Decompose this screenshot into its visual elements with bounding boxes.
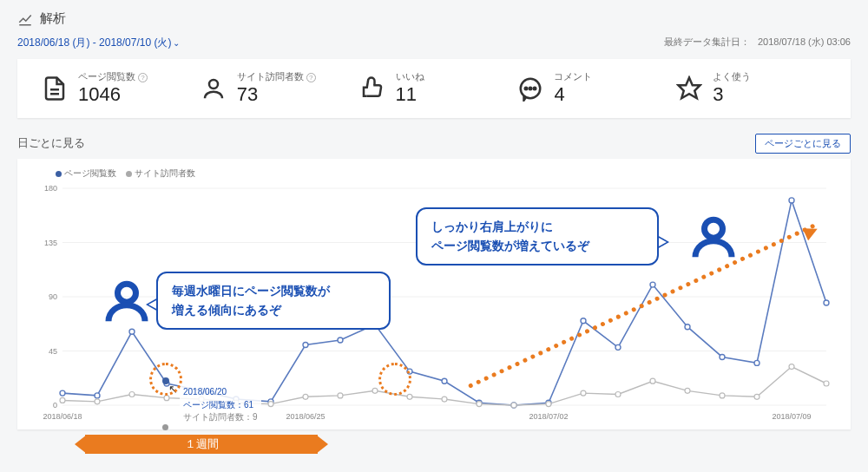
svg-text:180: 180	[44, 184, 57, 193]
page-title: 解析	[40, 10, 66, 27]
svg-point-68	[118, 284, 136, 302]
stat-comments[interactable]: コメント 4	[517, 71, 667, 106]
svg-point-41	[720, 354, 725, 359]
svg-point-58	[511, 403, 516, 408]
stat-favorites[interactable]: よく使う 3	[676, 71, 826, 106]
svg-point-56	[442, 397, 447, 402]
thumbs-up-icon	[359, 75, 385, 102]
svg-point-47	[129, 392, 135, 397]
svg-point-67	[824, 381, 829, 386]
hover-point-uv	[162, 424, 168, 430]
week-label: １週間	[85, 435, 318, 454]
highlight-circle	[149, 363, 182, 396]
per-page-button[interactable]: ページごとに見る	[755, 134, 851, 154]
date-range-picker[interactable]: 2018/06/18 (月) - 2018/07/10 (火)⌄	[17, 36, 180, 50]
speech-tail	[657, 235, 669, 249]
svg-point-5	[529, 88, 532, 90]
svg-point-22	[60, 390, 65, 396]
stat-pageviews[interactable]: ページ閲覧数? 1046	[42, 71, 192, 106]
svg-point-44	[824, 300, 829, 305]
svg-text:2018/06/18: 2018/06/18	[43, 412, 82, 421]
svg-point-59	[546, 402, 551, 407]
person-icon	[689, 213, 738, 261]
arrow-right-icon	[316, 435, 328, 454]
help-icon[interactable]: ?	[306, 73, 316, 82]
legend-dot-pv	[56, 171, 62, 177]
date-range-text: 2018/06/18 (月) - 2018/07/10 (火)	[17, 36, 171, 49]
chart-tooltip: 2018/06/20 ページ閲覧数：61 サイト訪問者数：9	[180, 384, 261, 426]
svg-point-4	[525, 88, 528, 90]
analytics-icon	[17, 11, 33, 27]
page-header: 解析	[17, 10, 851, 27]
svg-marker-7	[679, 78, 700, 99]
person-icon	[102, 277, 151, 325]
help-icon[interactable]: ?	[138, 73, 148, 82]
svg-point-62	[650, 378, 655, 384]
svg-point-2	[209, 80, 218, 88]
svg-point-63	[685, 388, 690, 393]
stats-card: ページ閲覧数? 1046 サイト訪問者数? 73 いいね 11 コメント 4	[17, 59, 851, 118]
svg-point-69	[705, 220, 723, 238]
svg-point-30	[338, 338, 343, 343]
chevron-down-icon: ⌄	[173, 38, 180, 48]
user-icon	[201, 75, 227, 102]
stat-visitors[interactable]: サイト訪問者数? 73	[201, 71, 351, 106]
svg-point-38	[615, 344, 621, 350]
svg-point-65	[754, 394, 760, 399]
svg-text:2018/06/25: 2018/06/25	[286, 412, 325, 421]
svg-point-57	[477, 402, 482, 407]
svg-point-53	[338, 393, 343, 398]
svg-point-54	[372, 388, 378, 393]
svg-point-66	[789, 364, 794, 370]
svg-point-40	[685, 324, 690, 330]
last-aggregation: 最終データ集計日： 2018/07/18 (水) 03:06	[664, 36, 851, 50]
svg-point-51	[268, 402, 273, 407]
svg-point-23	[95, 393, 100, 398]
svg-point-55	[407, 394, 412, 399]
svg-text:90: 90	[49, 292, 57, 301]
svg-text:2018/07/02: 2018/07/02	[529, 412, 568, 421]
svg-point-48	[164, 396, 169, 401]
highlight-circle	[378, 363, 411, 396]
svg-point-6	[534, 88, 536, 90]
svg-point-39	[650, 282, 655, 287]
week-span-indicator: １週間	[54, 435, 851, 456]
star-icon	[676, 75, 702, 102]
annotation-bubble-1: 毎週水曜日にページ閲覧数が 増える傾向にあるぞ	[156, 272, 391, 330]
chart-legend: ページ閲覧数 サイト訪問者数	[56, 167, 838, 180]
svg-point-42	[754, 360, 760, 365]
chart-card: ページ閲覧数 サイト訪問者数 045901351802018/06/182018…	[17, 159, 851, 429]
legend-dot-uv	[126, 171, 132, 177]
svg-text:2018/07/09: 2018/07/09	[772, 412, 811, 421]
svg-point-60	[581, 390, 586, 396]
annotation-bubble-2: しっかり右肩上がりに ページ閲覧数が増えているぞ	[416, 207, 659, 266]
svg-text:0: 0	[53, 401, 57, 410]
stat-likes[interactable]: いいね 11	[359, 71, 510, 106]
chart-section-title: 日ごとに見る	[17, 136, 85, 151]
svg-text:45: 45	[49, 347, 57, 356]
svg-point-24	[129, 329, 135, 334]
svg-point-33	[442, 378, 447, 384]
svg-text:135: 135	[44, 239, 57, 247]
svg-point-29	[303, 343, 308, 348]
svg-point-64	[720, 393, 725, 398]
svg-point-43	[789, 198, 794, 203]
svg-point-52	[303, 394, 308, 399]
svg-point-45	[60, 397, 65, 403]
svg-point-46	[95, 399, 100, 404]
comment-icon	[517, 75, 543, 102]
svg-point-37	[581, 318, 586, 324]
document-icon	[42, 75, 68, 102]
svg-point-61	[615, 392, 621, 397]
